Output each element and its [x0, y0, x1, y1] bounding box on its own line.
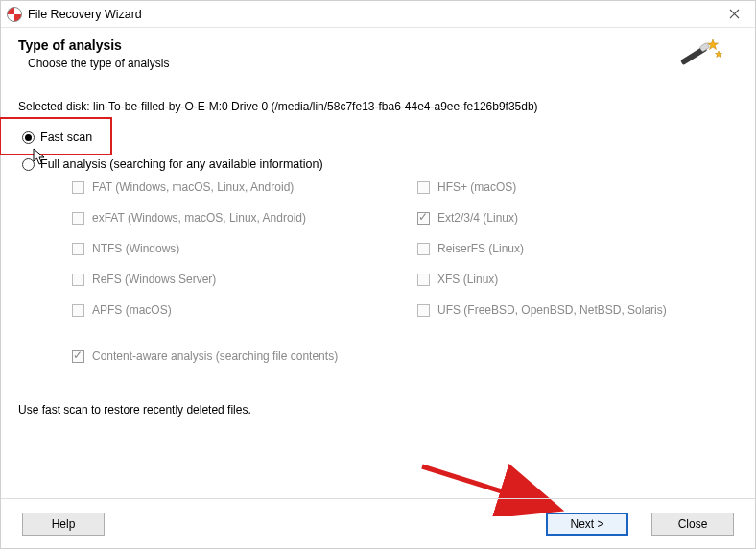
- selected-disk-label: Selected disk: lin-To-be-filled-by-O-E-M…: [18, 100, 738, 113]
- radio-icon: [22, 158, 35, 171]
- full-analysis-option[interactable]: Full analysis (searching for any availab…: [22, 157, 738, 171]
- close-button[interactable]: Close: [651, 513, 734, 536]
- fs-label: Ext2/3/4 (Linux): [437, 211, 518, 225]
- fs-label: HFS+ (macOS): [437, 180, 516, 194]
- page-subtitle: Choose the type of analysis: [28, 57, 676, 70]
- window-title: File Recovery Wizard: [28, 8, 142, 21]
- fs-ext-checkbox: Ext2/3/4 (Linux): [417, 211, 724, 225]
- window-close-button[interactable]: [713, 1, 755, 27]
- fs-label: UFS (FreeBSD, OpenBSD, NetBSD, Solaris): [437, 303, 667, 317]
- fs-apfs-checkbox: APFS (macOS): [72, 303, 417, 317]
- radio-icon: [22, 131, 35, 144]
- fs-fat-checkbox: FAT (Windows, macOS, Linux, Android): [72, 180, 417, 194]
- content-aware-label: Content-aware analysis (searching file c…: [92, 349, 338, 363]
- fs-label: exFAT (Windows, macOS, Linux, Android): [92, 211, 306, 225]
- app-icon: [7, 7, 22, 22]
- fs-ufs-checkbox: UFS (FreeBSD, OpenBSD, NetBSD, Solaris): [417, 303, 724, 317]
- fs-label: FAT (Windows, macOS, Linux, Android): [92, 180, 294, 194]
- page-title: Type of analysis: [18, 37, 676, 53]
- fs-label: ReiserFS (Linux): [437, 242, 524, 255]
- fs-label: XFS (Linux): [437, 273, 498, 286]
- fs-ntfs-checkbox: NTFS (Windows): [72, 242, 417, 255]
- fs-hfs-checkbox: HFS+ (macOS): [417, 180, 724, 194]
- svg-marker-1: [716, 51, 722, 58]
- wizard-wand-icon: [676, 36, 722, 74]
- fast-scan-option[interactable]: Fast scan: [22, 131, 738, 144]
- fs-reiserfs-checkbox: ReiserFS (Linux): [417, 242, 724, 255]
- hint-text: Use fast scan to restore recently delete…: [18, 403, 738, 417]
- fs-label: ReFS (Windows Server): [92, 273, 216, 286]
- fast-scan-label: Fast scan: [40, 131, 92, 144]
- title-bar: File Recovery Wizard: [1, 1, 755, 28]
- full-analysis-label: Full analysis (searching for any availab…: [40, 157, 323, 171]
- fs-label: APFS (macOS): [92, 303, 172, 317]
- fs-xfs-checkbox: XFS (Linux): [417, 273, 724, 286]
- help-button[interactable]: Help: [22, 513, 105, 536]
- content-aware-checkbox: Content-aware analysis (searching file c…: [72, 349, 738, 363]
- fs-refs-checkbox: ReFS (Windows Server): [72, 273, 417, 286]
- close-icon: [729, 9, 740, 19]
- filesystem-options: FAT (Windows, macOS, Linux, Android) HFS…: [72, 180, 738, 317]
- wizard-header: Type of analysis Choose the type of anal…: [1, 28, 755, 84]
- svg-marker-0: [708, 39, 719, 50]
- fs-exfat-checkbox: exFAT (Windows, macOS, Linux, Android): [72, 211, 417, 225]
- fs-label: NTFS (Windows): [92, 242, 179, 255]
- wizard-footer: Help Next > Close: [1, 498, 755, 548]
- next-button[interactable]: Next >: [546, 513, 628, 536]
